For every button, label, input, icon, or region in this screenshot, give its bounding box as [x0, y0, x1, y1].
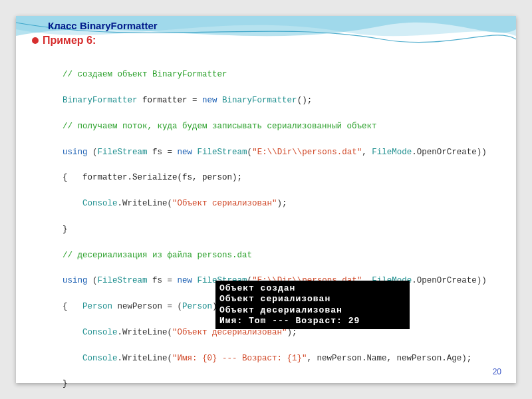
code-comment: // создаем объект BinaryFormatter: [63, 70, 227, 79]
subtitle-row: Пример 6:: [32, 35, 96, 47]
slide-header: Класс BinaryFormatter: [48, 20, 158, 31]
code-comment: // десериализация из файла persons.dat: [63, 251, 252, 260]
slide-title: Класс BinaryFormatter: [48, 20, 158, 31]
slide-subtitle: Пример 6:: [43, 35, 96, 47]
code-block: // создаем объект BinaryFormatter Binary…: [63, 56, 503, 399]
console-line: Имя: Tom --- Возраст: 29: [219, 316, 360, 326]
console-output: Объект создан Объект сериализован Объект…: [215, 281, 410, 329]
console-line: Объект десериализован: [219, 305, 342, 315]
page-number: 20: [493, 367, 501, 376]
console-line: Объект создан: [219, 283, 295, 293]
slide: Класс BinaryFormatter Пример 6: // созда…: [16, 16, 516, 383]
bullet-icon: [32, 37, 39, 44]
code-comment: // получаем поток, куда будем записывать…: [63, 122, 377, 131]
console-line: Объект сериализован: [219, 294, 331, 304]
